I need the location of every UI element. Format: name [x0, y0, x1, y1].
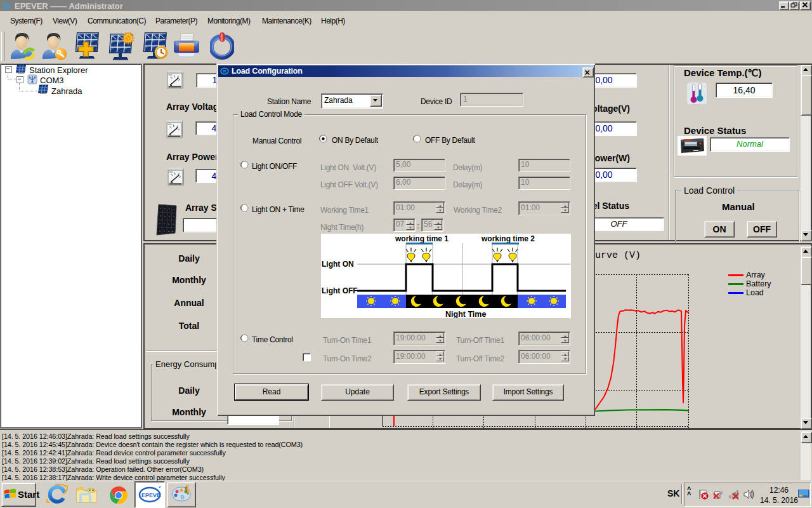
svg-text:working time 2: working time 2	[481, 234, 535, 243]
svg-text:EPEVER: EPEVER	[141, 492, 161, 498]
svg-text:working time 1: working time 1	[395, 234, 449, 243]
svg-text:Night Time: Night Time	[445, 310, 486, 318]
svg-text:Light ON: Light ON	[322, 260, 354, 269]
svg-text:Light OFF: Light OFF	[322, 286, 358, 295]
